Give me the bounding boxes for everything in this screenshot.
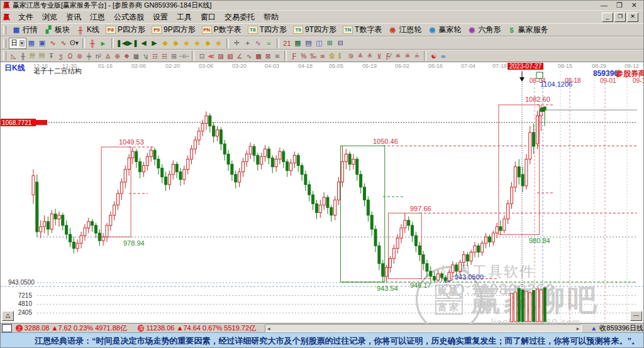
draw-tool-icon-14[interactable]: ʮ <box>141 52 150 61</box>
date-tick-04-03[interactable]: 04-03 <box>265 63 279 69</box>
date-tick-01-16[interactable]: 01-16 <box>98 63 113 69</box>
menu-item-3[interactable]: 江恩 <box>86 11 109 24</box>
tool-K线[interactable]: ╫K线 <box>73 24 103 36</box>
draw-tool-icon-16[interactable]: ☵ <box>160 52 169 61</box>
tool-9P四方形[interactable]: P99P四方形 <box>148 24 199 36</box>
menu-item-9[interactable]: 帮助 <box>259 11 283 24</box>
tool2-icon-17[interactable]: ◆ <box>203 38 213 48</box>
draw-tool-icon-7[interactable]: ⊜ <box>75 52 84 61</box>
mdi-close-icon[interactable]: ✕ <box>627 13 638 22</box>
tool2-icon-15[interactable]: ◈ <box>181 38 192 48</box>
close-icon[interactable]: ✕ <box>631 1 637 9</box>
draw-tool-icon-43[interactable]: ≟ <box>412 52 421 61</box>
tool2-icon-7[interactable]: ► <box>98 38 109 48</box>
tool2-icon-16[interactable]: ◈ <box>192 38 203 48</box>
draw-tool-icon-1[interactable]: ╫ <box>18 52 28 61</box>
date-tick-08-29[interactable]: 08-29 <box>592 63 606 69</box>
date-tick-03-20[interactable]: 03-20 <box>232 63 247 69</box>
draw-tool-icon-0[interactable]: ◺ <box>9 52 18 61</box>
draw-tool-icon-11[interactable]: ⊕ <box>113 52 122 61</box>
mdi-minimize-icon[interactable]: _ <box>602 13 613 22</box>
draw-tool-icon-10[interactable]: ∆ <box>103 52 113 61</box>
tool2-icon-29[interactable]: ⊞ <box>325 38 335 48</box>
candlestick-chart-canvas[interactable]: 7215481024051049.53978.941050.46943.5499… <box>1 62 644 324</box>
menu-item-0[interactable]: 文件 <box>14 11 38 24</box>
tool-T数字表[interactable]: TNT数字表 <box>340 24 385 36</box>
tool-T四方形[interactable]: T8T四方形 <box>245 24 290 36</box>
draw-tool-icon-8[interactable]: ╪ <box>84 52 94 61</box>
date-tick-02-20[interactable]: 02-20 <box>165 63 180 69</box>
period-combo[interactable]: 日▾ <box>9 38 26 49</box>
draw-tool-icon-25[interactable]: ∿ <box>244 52 253 61</box>
draw-tool-icon-32[interactable]: ‰ <box>308 52 318 61</box>
date-tick-06-02[interactable]: 06-02 <box>395 63 409 69</box>
draw-tool-icon-39[interactable]: ⊻ <box>374 52 384 61</box>
draw-tool-icon-35[interactable]: 釒 <box>336 52 346 61</box>
chevron-down-icon[interactable]: ▾ <box>19 40 25 46</box>
date-tick-07-18[interactable]: 07-18 <box>492 63 507 69</box>
tool2-icon-27[interactable]: ▤ <box>303 38 314 48</box>
tool-9T四方形[interactable]: T99T四方形 <box>290 24 340 36</box>
draw-tool-icon-41[interactable]: ≝ <box>393 52 402 61</box>
tool-板块[interactable]: ▞板块 <box>41 24 73 36</box>
menu-item-7[interactable]: 窗口 <box>196 11 220 24</box>
menu-item-6[interactable]: 工具 <box>172 11 196 24</box>
tool2-icon-3[interactable]: ∿ <box>58 38 69 48</box>
tool-赢家轮[interactable]: ◉赢家轮 <box>425 24 464 36</box>
draw-tool-icon-28[interactable]: ≋ <box>272 52 282 61</box>
tool-行情[interactable]: ▦行情 <box>9 24 41 36</box>
date-tick-03-06[interactable]: 03-06 <box>199 63 213 69</box>
collapse-button[interactable]: — <box>630 311 642 321</box>
tool2-icon-20[interactable]: ✛ <box>231 38 242 48</box>
tool2-icon-28[interactable]: ◫ <box>314 38 325 48</box>
date-tick-08-15[interactable]: 08-15 <box>558 63 572 69</box>
tool2-icon-30[interactable]: ⊟ <box>335 38 346 48</box>
shanghai-index-quote[interactable]: 3288.08 ▲7.62 0.23% 4971.88亿 <box>25 324 127 333</box>
date-tick-02-06[interactable]: 02-06 <box>131 63 146 69</box>
draw-tool-icon-9[interactable]: n² <box>94 52 103 61</box>
tool2-icon-14[interactable]: ◆ <box>170 38 181 48</box>
tool2-icon-2[interactable]: ∿ <box>48 38 58 48</box>
tool2-icon-23[interactable]: ≈ <box>264 38 274 48</box>
draw-tool-icon-18[interactable]: ⊣⊢ <box>179 52 189 61</box>
draw-tool-icon-6[interactable]: Ω <box>65 52 75 61</box>
mdi-restore-icon[interactable]: ❐ <box>614 13 626 22</box>
draw-tool-icon-3[interactable]: 卌 <box>37 52 47 61</box>
tool2-icon-9[interactable]: ❚◀ <box>116 38 128 48</box>
date-tick-09-12[interactable]: 09-12 <box>625 63 639 69</box>
draw-tool-icon-2[interactable]: 卅 <box>28 52 37 61</box>
date-tick-05-19[interactable]: 05-19 <box>362 63 377 69</box>
draw-tool-icon-40[interactable]: Ƒ⁄ <box>384 52 393 61</box>
date-tick-12-30[interactable]: 12-30 <box>62 63 77 69</box>
minimize-icon[interactable]: — <box>601 1 608 9</box>
draw-tool-icon-46[interactable]: ∞ <box>438 52 448 61</box>
scroll-right-icon[interactable]: ▸ <box>577 325 580 332</box>
draw-tool-icon-22[interactable]: ▨ <box>216 52 225 61</box>
date-tick-06-16[interactable]: 06-16 <box>428 63 443 69</box>
tool2-icon-0[interactable]: ▦ <box>26 38 37 48</box>
date-tick-12-16[interactable]: 12-16 <box>33 63 48 69</box>
tool-P数字表[interactable]: PNP数字表 <box>199 24 245 36</box>
draw-tool-icon-33[interactable]: ≌ <box>318 52 327 61</box>
tool-P四方形[interactable]: P8P四方形 <box>103 24 148 36</box>
tool2-icon-22[interactable]: ∿ <box>253 38 264 48</box>
tool2-icon-25[interactable]: 21 <box>282 38 292 48</box>
draw-tool-icon-24[interactable]: ∠ <box>235 52 244 61</box>
scroll-left-icon[interactable]: ◂ <box>267 325 270 332</box>
draw-tool-icon-26[interactable]: ▩ <box>253 52 263 61</box>
date-tick-05-05[interactable]: 05-05 <box>329 63 343 69</box>
draw-tool-icon-30[interactable]: Ƒ <box>289 52 299 61</box>
draw-tool-icon-20[interactable]: ⊡ <box>197 52 206 61</box>
tool2-icon-1[interactable]: ▣ <box>37 38 48 48</box>
draw-tool-icon-37[interactable]: ≜ <box>355 52 365 61</box>
draw-tool-icon-31[interactable]: % <box>299 52 308 61</box>
tool2-icon-6[interactable]: ╫ <box>87 38 98 48</box>
date-tick-07-04[interactable]: 07-04 <box>461 63 475 69</box>
tool-六角形[interactable]: ◉六角形 <box>464 24 504 36</box>
draw-tool-icon-15[interactable]: ☷ <box>150 52 160 61</box>
tool2-icon-11[interactable]: ◀ <box>138 38 149 48</box>
menu-item-8[interactable]: 交易委托 <box>220 11 259 24</box>
restore-icon[interactable]: ❐ <box>616 1 623 9</box>
tool2-icon-4[interactable]: ʘ▾ <box>69 38 80 48</box>
draw-tool-icon-42[interactable]: ≞ <box>402 52 412 61</box>
